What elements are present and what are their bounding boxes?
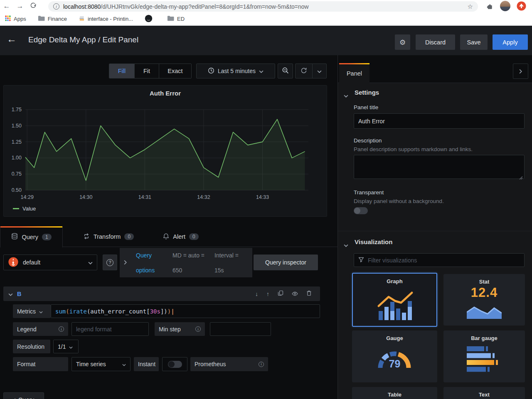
- edit-left-pane: Fill Fit Exact Last 5 minutes: [0, 55, 337, 399]
- viz-card-text[interactable]: Text: [443, 387, 525, 399]
- url-bar[interactable]: localhost:8080/d/UHJRtnvGk/edge-delta-my…: [48, 1, 478, 12]
- size-mode-fit[interactable]: Fit: [135, 64, 159, 78]
- datasource-picker[interactable]: default: [3, 255, 97, 270]
- zoom-out-button[interactable]: [278, 64, 293, 78]
- add-query-button[interactable]: + Query: [3, 392, 44, 399]
- extensions-puzzle-icon[interactable]: [486, 3, 493, 12]
- query-inspector-button[interactable]: Query inspector: [254, 255, 318, 270]
- interval-summary: Interval = 15s: [214, 248, 239, 278]
- section-chevron-icon[interactable]: [344, 92, 348, 99]
- browser-back-icon[interactable]: ←: [0, 2, 13, 10]
- query-options-label: Query options: [136, 248, 163, 278]
- move-query-up-icon[interactable]: ↑: [266, 291, 269, 297]
- collapse-options-pane-button[interactable]: [513, 64, 528, 79]
- resolution-value: 1/1: [58, 343, 66, 350]
- transparent-toggle[interactable]: [354, 207, 368, 214]
- save-button[interactable]: Save: [460, 34, 488, 50]
- query-row-header[interactable]: B ↓ ↑: [3, 286, 320, 301]
- info-icon[interactable]: [259, 362, 264, 367]
- browser-profile-avatar[interactable]: [500, 1, 510, 11]
- browser-reload-icon[interactable]: [27, 2, 40, 11]
- datasource-type-field: Prometheus: [190, 357, 268, 371]
- min-step-field-label: Min step: [155, 322, 205, 336]
- database-icon: [11, 233, 18, 241]
- query-options-collapsed[interactable]: Query options MD = auto = 650 Interval =…: [120, 248, 252, 277]
- browser-forward-icon[interactable]: →: [13, 2, 27, 10]
- bookmark-interface-printing[interactable]: interface - Printin...: [79, 15, 133, 23]
- viz-card-graph[interactable]: Graph: [352, 273, 437, 327]
- bookmark-ed[interactable]: ED: [167, 15, 185, 22]
- time-series-chart[interactable]: 0.500.751.001.251.501.7514:2914:3014:311…: [4, 96, 328, 204]
- tab-alert[interactable]: Alert 0: [156, 226, 205, 247]
- metrics-dropdown[interactable]: Metrics: [13, 304, 51, 318]
- viz-card-label: Stat: [443, 279, 525, 285]
- panel-settings-button[interactable]: ⚙: [395, 34, 410, 50]
- move-query-down-icon[interactable]: ↓: [255, 291, 258, 297]
- query-expression-input[interactable]: sum(irate(auth_error_count[30s]))|: [51, 304, 320, 318]
- visualization-section-heading[interactable]: Visualization: [355, 238, 392, 245]
- chevron-down-icon: [317, 68, 322, 74]
- query-row-actions: ↓ ↑: [255, 290, 312, 297]
- settings-section-heading[interactable]: Settings: [355, 89, 379, 96]
- min-step-label: Min step: [159, 326, 181, 333]
- min-step-input[interactable]: [210, 322, 271, 336]
- extension-icon[interactable]: [517, 1, 526, 11]
- svg-text:14:30: 14:30: [79, 194, 92, 200]
- resolution-dropdown[interactable]: 1/1: [53, 340, 79, 353]
- chevron-down-icon: [122, 361, 126, 367]
- bookmark-finance[interactable]: Finance: [38, 15, 67, 22]
- refresh-interval-dropdown[interactable]: [312, 64, 327, 78]
- viz-card-label: Bar gauge: [443, 335, 525, 341]
- bar-gauge-viz-icon: [467, 346, 502, 374]
- max-data-points-summary: MD = auto = 650: [172, 248, 204, 278]
- site-info-icon[interactable]: [53, 3, 59, 10]
- chevron-down-icon[interactable]: [8, 290, 13, 298]
- info-icon[interactable]: [59, 326, 64, 332]
- time-range-picker[interactable]: Last 5 minutes: [196, 64, 275, 78]
- legend-label: Legend: [17, 326, 37, 333]
- section-chevron-icon[interactable]: [344, 241, 348, 249]
- bookmark-star-icon[interactable]: ☆: [468, 3, 473, 10]
- apply-button[interactable]: Apply: [493, 34, 528, 50]
- discard-button[interactable]: Discard: [416, 34, 455, 50]
- url-path: /d/UHJRtnvGk/edge-delta-my-app?editPanel…: [101, 3, 308, 10]
- info-icon[interactable]: [195, 326, 201, 332]
- tab-count-badge: 0: [124, 233, 134, 240]
- bookmark-label: interface - Printin...: [88, 16, 133, 22]
- disable-query-eye-icon[interactable]: [292, 291, 298, 297]
- transparent-label: Transparent: [354, 189, 384, 196]
- query-ref-id: B: [17, 291, 21, 297]
- toggle-track[interactable]: [168, 361, 182, 368]
- edit-tabs-strip: Query 1 Transform 0 Alert 0: [0, 226, 337, 247]
- bookmark-github[interactable]: [145, 15, 155, 24]
- size-mode-fill[interactable]: Fill: [109, 64, 135, 78]
- filter-visualizations-input[interactable]: [368, 257, 520, 264]
- tab-transform[interactable]: Transform 0: [75, 226, 142, 247]
- svg-text:14:31: 14:31: [138, 194, 151, 200]
- delete-query-trash-icon[interactable]: [306, 290, 312, 297]
- viz-card-bar-gauge[interactable]: Bar gauge: [443, 330, 525, 382]
- bookmark-label: Finance: [48, 16, 67, 22]
- viz-card-gauge[interactable]: Gauge 79: [352, 330, 437, 382]
- instant-toggle[interactable]: [162, 357, 187, 371]
- legend-format-input[interactable]: [71, 322, 149, 336]
- refresh-button[interactable]: [295, 64, 313, 78]
- viz-card-stat[interactable]: Stat 12.4: [443, 274, 525, 326]
- datasource-help-button[interactable]: [103, 255, 117, 270]
- description-textarea[interactable]: [354, 155, 525, 179]
- chevron-right-icon: [124, 259, 127, 267]
- filter-visualizations-field[interactable]: [354, 253, 525, 267]
- format-dropdown[interactable]: Time series: [71, 357, 131, 371]
- back-arrow-icon[interactable]: ←: [7, 33, 17, 45]
- bookmark-apps[interactable]: Apps: [5, 15, 26, 22]
- section-divider: [338, 231, 532, 231]
- tab-query[interactable]: Query 1: [0, 226, 63, 247]
- duplicate-query-icon[interactable]: [278, 290, 283, 297]
- viz-card-table[interactable]: Table: [352, 387, 437, 399]
- tab-panel-options[interactable]: Panel: [339, 63, 369, 83]
- chart-legend-item[interactable]: Value: [13, 206, 36, 212]
- size-mode-exact[interactable]: Exact: [159, 64, 191, 78]
- query-expression-tokens: sum(irate(auth_error_count[30s]))|: [55, 308, 175, 315]
- interval-label: Interval =: [214, 248, 239, 263]
- panel-title-input[interactable]: [354, 113, 525, 129]
